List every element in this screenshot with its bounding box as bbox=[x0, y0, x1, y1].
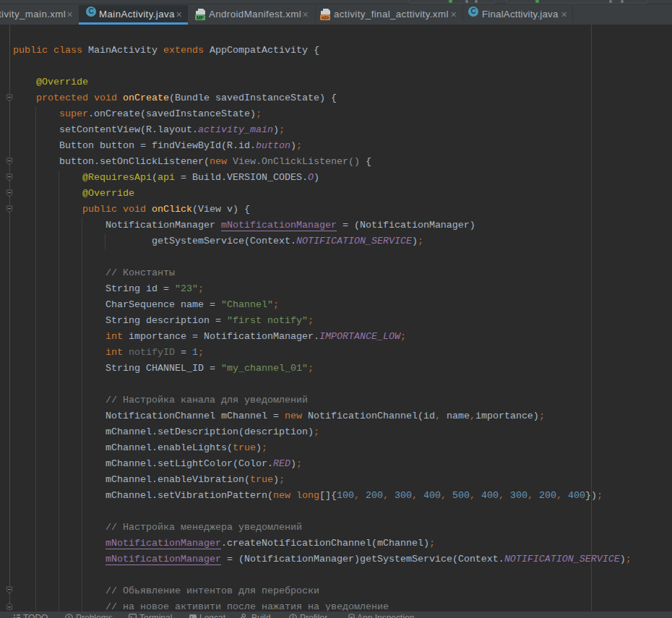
svg-text:MF: MF bbox=[197, 15, 204, 20]
svg-text:</>: </> bbox=[322, 15, 329, 20]
